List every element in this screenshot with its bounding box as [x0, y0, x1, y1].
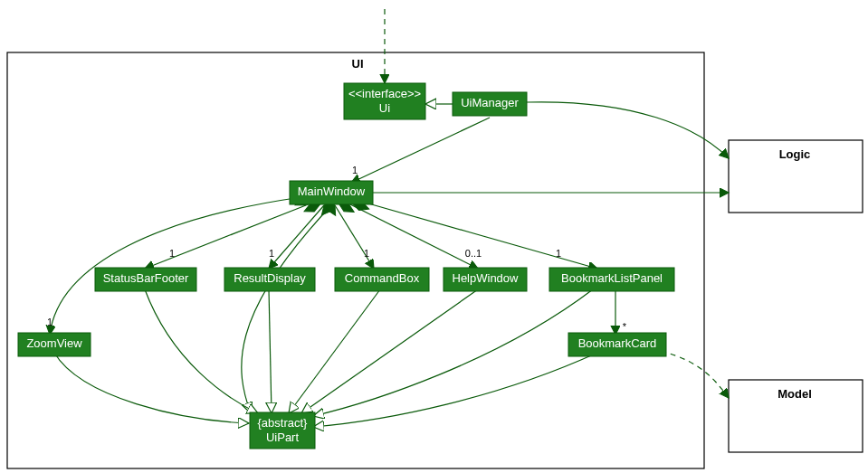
package-ui-label: UI	[352, 57, 364, 71]
package-logic: Logic	[729, 140, 863, 213]
class-uimanager: UiManager	[453, 92, 527, 116]
class-uipart: {abstract} UiPart	[250, 412, 315, 449]
bookmarklistpanel-name: BookmarkListPanel	[561, 271, 663, 285]
class-statusbarfooter: StatusBarFooter	[95, 268, 196, 291]
zoomview-name: ZoomView	[26, 336, 82, 350]
class-ui-interface: <<interface>> Ui	[344, 83, 425, 119]
helpwindow-name: HelpWindow	[453, 271, 520, 285]
class-resultdisplay: ResultDisplay	[224, 268, 315, 291]
class-bookmarklistpanel: BookmarkListPanel	[549, 268, 674, 291]
class-mainwindow: MainWindow	[290, 181, 373, 204]
package-logic-label: Logic	[779, 147, 811, 161]
mult-status: 1	[169, 248, 175, 259]
package-model-label: Model	[777, 387, 812, 401]
resultdisplay-name: ResultDisplay	[234, 271, 306, 285]
mult-zoom: 1	[47, 317, 52, 327]
mult-cmd: 1	[364, 248, 369, 259]
bookmarkcard-name: BookmarkCard	[578, 336, 657, 350]
mainwindow-name: MainWindow	[298, 184, 366, 198]
class-zoomview: ZoomView	[18, 333, 91, 356]
statusbarfooter-name: StatusBarFooter	[103, 271, 189, 285]
mult-result: 1	[269, 248, 274, 259]
uipart-stereotype: {abstract}	[258, 416, 309, 430]
uipart-name: UiPart	[266, 430, 300, 444]
class-commandbox: CommandBox	[335, 268, 429, 291]
commandbox-name: CommandBox	[345, 271, 420, 285]
ui-stereotype: <<interface>>	[348, 87, 421, 100]
mult-mw-manager: 1	[352, 165, 358, 175]
class-helpwindow: HelpWindow	[444, 268, 527, 291]
mult-blp: 1	[556, 248, 561, 259]
class-bookmarkcard: BookmarkCard	[568, 333, 666, 356]
package-model: Model	[729, 380, 863, 452]
mult-help: 0..1	[465, 248, 482, 259]
ui-name: Ui	[379, 101, 390, 115]
uimanager-name: UiManager	[461, 96, 519, 109]
mult-card: *	[623, 321, 627, 332]
